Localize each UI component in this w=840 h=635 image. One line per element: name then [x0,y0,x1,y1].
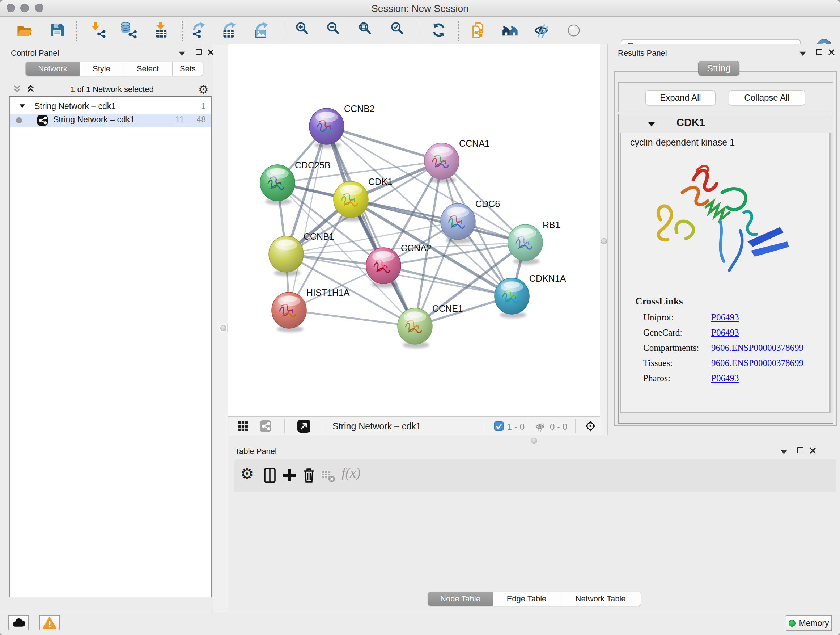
crosslink-link[interactable]: P06493 [711,373,739,388]
network-options-gear-icon[interactable]: ⚙ [198,82,209,96]
export-image-icon[interactable] [253,21,271,39]
expand-all-chevron-icon[interactable] [26,84,35,94]
results-panel: Results Panel Expand All Collapse All CD… [608,44,840,445]
grid-view-icon[interactable] [238,421,248,431]
crosslink-link[interactable]: P06493 [711,312,739,328]
tab-select[interactable]: Select [123,62,172,76]
tab-string[interactable]: String [698,61,739,76]
panel-close-icon[interactable] [810,448,816,454]
create-column-icon[interactable] [281,467,297,484]
node-ccnb2[interactable]: CCNB2 [309,103,375,149]
crosslink-link[interactable]: 9606.ENSP00000378699 [711,343,804,358]
edge-ccnb2-hist1h1a[interactable] [289,126,327,310]
hide-selected-icon[interactable] [533,21,550,39]
tab-style[interactable]: Style [80,62,123,76]
node-cdc25b[interactable]: CDC25B [260,160,331,205]
save-session-icon[interactable] [49,21,66,39]
network-icon-gray[interactable] [260,420,271,432]
node-label: CCNB1 [303,231,334,241]
splitter-handle[interactable] [219,324,227,333]
node-rb1[interactable]: RB1 [508,220,561,264]
separator [323,419,323,433]
function-builder-icon-disabled: f(x) [341,465,361,481]
panel-menu-icon[interactable] [799,51,806,56]
node-label: CCNB2 [344,103,375,114]
right-panel-splitter[interactable] [600,44,608,435]
crosslink-link[interactable]: P06493 [711,328,739,343]
node-label: CDKN1A [529,273,566,283]
results-scrollbar[interactable] [830,133,833,413]
zoom-out-icon[interactable] [326,21,344,39]
network-row-selected[interactable]: String Network – cdk1 11 48 [10,114,211,127]
expand-all-button[interactable]: Expand All [645,90,715,105]
fit-selected-crosshair-icon[interactable] [583,418,598,434]
import-network-database-icon[interactable] [119,21,137,39]
crosslink-row: Compartments:9606.ENSP00000378699 [643,343,824,358]
network-collection-row[interactable]: String Network – cdk1 1 [10,101,211,114]
collapse-all-button[interactable]: Collapse All [729,90,805,105]
clone-network-icon[interactable] [470,21,487,39]
delete-column-icon[interactable] [301,467,317,484]
panel-menu-icon[interactable] [179,51,185,56]
node-ccne1[interactable]: CCNE1 [398,303,463,348]
collapse-all-chevron-icon[interactable] [12,84,22,94]
refresh-view-icon[interactable] [430,21,447,39]
cloud-status-button[interactable] [8,615,29,630]
import-network-file-icon[interactable] [89,21,107,39]
memory-button[interactable]: Memory [786,615,832,631]
panel-menu-icon[interactable] [781,450,787,454]
node-gloss [434,147,450,153]
node-cdkn1a[interactable]: CDKN1A [494,273,566,318]
zoom-selected-icon[interactable] [390,21,408,39]
crosslink-label: Uniprot: [643,312,711,328]
crosslink-row: Uniprot:P06493 [643,312,824,328]
export-network-icon[interactable] [190,21,208,39]
selected-count-checkbox[interactable] [494,421,504,431]
delete-table-icon-disabled [321,469,336,483]
node-hist1h1a[interactable]: HIST1H1A [272,287,350,333]
protein-structure-image [639,158,805,285]
export-table-icon[interactable] [221,21,238,39]
node-label: RB1 [543,220,561,230]
panel-float-icon[interactable] [816,49,822,55]
network-collection-count: 1 [191,101,206,111]
table-settings-gear-icon[interactable]: ⚙ [240,465,254,483]
show-columns-icon[interactable] [262,467,278,484]
tab-edge-table[interactable]: Edge Table [493,592,561,606]
import-table-icon[interactable] [153,21,170,39]
node-gloss [281,296,297,302]
left-panel-splitter[interactable] [213,44,228,612]
warning-status-button[interactable] [39,615,60,630]
open-session-icon[interactable] [16,21,33,39]
table-type-tabs: Node TableEdge TableNetwork Table [428,592,641,606]
panel-float-icon[interactable] [797,447,804,453]
panel-close-icon[interactable] [829,49,835,55]
tab-network[interactable]: Network [26,62,80,76]
crosslink-link[interactable]: 9606.ENSP00000378699 [711,358,804,373]
tab-network-table[interactable]: Network Table [561,592,641,606]
memory-ok-dot [789,620,796,627]
cloud-icon [11,617,26,629]
node-gloss [517,228,533,234]
section-collapse-icon[interactable] [648,122,655,127]
tree-expand-icon[interactable] [19,104,25,108]
tab-sets[interactable]: Sets [172,62,203,76]
string-network-icon [37,115,48,126]
network-canvas[interactable]: CCNB2CCNA1CDC25BCDK1CDC6RB1CCNB1CCNA2CDK… [228,44,600,416]
splitter-handle[interactable] [531,438,537,444]
houses-icon[interactable] [502,21,519,39]
title-bar: Session: New Session [0,0,840,17]
edge-hist1h1a-ccne1[interactable] [289,310,415,326]
node-ccnb1[interactable]: CCNB1 [269,231,334,276]
zoom-fit-icon[interactable] [358,21,376,39]
node-gloss [376,251,392,258]
splitter-handle[interactable] [601,238,607,244]
string-network-graph[interactable]: CCNB2CCNA1CDC25BCDK1CDC6RB1CCNB1CCNA2CDK… [228,44,600,416]
tab-node-table[interactable]: Node Table [428,592,493,606]
panel-float-icon[interactable] [196,49,202,55]
zoom-in-icon[interactable] [295,21,313,39]
show-all-icon[interactable] [565,21,583,39]
birds-eye-view-icon[interactable] [297,420,310,432]
node-label: CCNE1 [432,303,463,314]
edge-ccnb2-ccna1[interactable] [327,126,442,161]
